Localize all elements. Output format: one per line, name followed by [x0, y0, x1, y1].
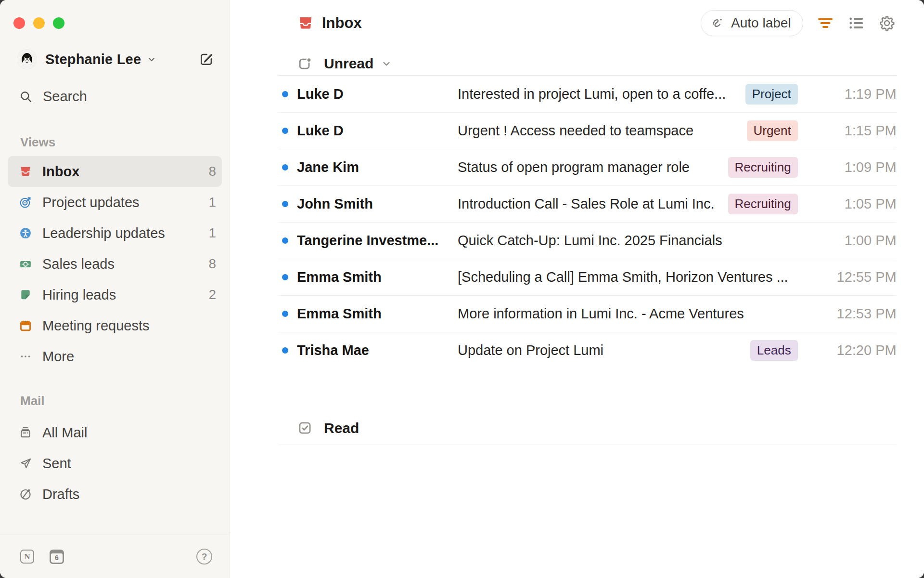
close-window-button[interactable]: [13, 17, 25, 29]
email-list-section: Unread Luke D Interested in project Lumi…: [278, 46, 897, 445]
sidebar-item-label: Sent: [42, 456, 71, 472]
sidebar-item-label: Drafts: [42, 486, 79, 502]
email-row[interactable]: Luke D Interested in project Lumi, open …: [278, 76, 897, 112]
sidebar-footer: N 6 ?: [0, 535, 230, 578]
email-time: 1:05 PM: [798, 196, 897, 212]
email-sender: Emma Smith: [297, 306, 458, 322]
more-icon: [19, 350, 32, 363]
read-checkbox-icon: [297, 420, 312, 435]
drafts-icon: [19, 488, 32, 500]
sidebar-view-item[interactable]: More: [8, 341, 222, 372]
target-icon: [19, 196, 32, 209]
chevron-down-icon: [381, 58, 392, 69]
inbox-icon: [19, 165, 32, 178]
zoom-window-button[interactable]: [53, 17, 64, 29]
email-row[interactable]: Luke D Urgent ! Access needed to teamspa…: [278, 112, 897, 149]
topbar: Inbox Auto label: [230, 0, 924, 46]
unread-dot-icon: [282, 237, 288, 244]
sidebar-item-count: 2: [208, 287, 216, 302]
sidebar-view-item[interactable]: Hiring leads 2: [8, 279, 222, 310]
email-sender: Tangerine Investme...: [297, 233, 458, 249]
email-subject: More information in Lumi Inc. - Acme Ven…: [458, 306, 798, 322]
email-time: 12:53 PM: [798, 306, 897, 322]
calendar-app-icon[interactable]: 6: [50, 550, 64, 564]
email-time: 1:09 PM: [798, 159, 897, 175]
banknote-icon: [19, 258, 32, 270]
email-subject: Urgent ! Access needed to teamspace: [458, 123, 747, 139]
email-row[interactable]: Trisha Mae Update on Project Lumi Leads …: [278, 332, 897, 368]
search-label: Search: [43, 89, 87, 105]
account-switcher[interactable]: Stephanie Lee: [0, 48, 230, 71]
allmail-icon: [19, 426, 32, 439]
window-controls: [13, 17, 64, 29]
list-view-icon[interactable]: [847, 14, 865, 32]
search-button[interactable]: Search: [0, 90, 230, 103]
minimize-window-button[interactable]: [33, 17, 45, 29]
email-tag-badge: Urgent: [747, 120, 798, 141]
sidebar-item-label: Hiring leads: [42, 287, 116, 303]
email-subject: Update on Project Lumi: [458, 342, 750, 358]
sidebar-item-label: Meeting requests: [42, 318, 149, 334]
email-row[interactable]: John Smith Introduction Call - Sales Rol…: [278, 185, 897, 222]
unread-section-header[interactable]: Unread: [278, 46, 897, 76]
unread-section-label: Unread: [324, 55, 373, 72]
calendar-icon: [19, 319, 32, 332]
email-tag-badge: Project: [745, 84, 798, 105]
sidebar-view-item[interactable]: Leadership updates 1: [8, 218, 222, 249]
email-row[interactable]: Emma Smith [Scheduling a Call] Emma Smit…: [278, 259, 897, 295]
email-time: 1:19 PM: [798, 86, 897, 102]
views-section-header: Views: [0, 135, 230, 150]
email-subject: [Scheduling a Call] Emma Smith, Horizon …: [458, 269, 798, 285]
unread-dot-icon: [282, 347, 288, 354]
mail-list: All Mail Sent Drafts: [0, 417, 230, 510]
sidebar-item-count: 8: [208, 164, 216, 179]
email-row[interactable]: Emma Smith More information in Lumi Inc.…: [278, 295, 897, 332]
email-subject: Quick Catch-Up: Lumi Inc. 2025 Financial…: [458, 233, 798, 249]
email-tag-badge: Leads: [750, 340, 798, 361]
mail-app-window: Stephanie Lee Search Views Inbox 8: [0, 0, 924, 578]
email-row[interactable]: Tangerine Investme... Quick Catch-Up: Lu…: [278, 222, 897, 259]
sidebar-item-count: 1: [208, 195, 216, 210]
main-content: Inbox Auto label Unread: [230, 0, 924, 578]
notion-logo-icon[interactable]: N: [20, 550, 34, 564]
chevron-down-icon: [147, 54, 156, 64]
mail-section-header: Mail: [0, 394, 230, 408]
email-tag-badge: Recruiting: [728, 157, 798, 178]
email-sender: Emma Smith: [297, 269, 458, 285]
unread-dot-icon: [282, 128, 288, 134]
sidebar-item-count: 8: [208, 256, 216, 272]
unread-dot-icon: [282, 274, 288, 280]
sidebar-mail-item[interactable]: All Mail: [8, 417, 222, 448]
help-icon[interactable]: ?: [196, 549, 212, 565]
read-section-header[interactable]: Read: [278, 418, 897, 445]
sidebar-view-item[interactable]: Meeting requests: [8, 310, 222, 341]
sidebar-mail-item[interactable]: Drafts: [8, 479, 222, 510]
sidebar-view-item[interactable]: Project updates 1: [8, 187, 222, 218]
email-sender: Trisha Mae: [297, 342, 458, 358]
mark-unread-icon: [297, 56, 312, 71]
sidebar: Stephanie Lee Search Views Inbox 8: [0, 0, 230, 578]
email-row[interactable]: Jane Kim Status of open program manager …: [278, 149, 897, 185]
sent-icon: [19, 457, 32, 470]
sidebar-view-item[interactable]: Sales leads 8: [8, 249, 222, 279]
sidebar-item-label: Inbox: [42, 164, 79, 180]
sidebar-item-label: More: [42, 349, 74, 365]
settings-gear-icon[interactable]: [878, 14, 896, 32]
unread-dot-icon: [282, 91, 288, 97]
read-section-label: Read: [324, 420, 359, 436]
user-name: Stephanie Lee: [45, 52, 141, 67]
sidebar-mail-item[interactable]: Sent: [8, 448, 222, 479]
auto-label-button[interactable]: Auto label: [701, 10, 803, 36]
sidebar-item-count: 1: [208, 225, 216, 241]
filter-icon[interactable]: [817, 14, 834, 32]
email-tag-badge: Recruiting: [728, 194, 798, 214]
email-time: 12:20 PM: [798, 342, 897, 358]
sidebar-view-item[interactable]: Inbox 8: [8, 156, 222, 187]
sidebar-item-label: Sales leads: [42, 256, 115, 272]
auto-label-button-label: Auto label: [731, 15, 791, 31]
sidebar-item-label: All Mail: [42, 425, 87, 441]
sidebar-item-label: Project updates: [42, 195, 140, 210]
compose-button[interactable]: [199, 52, 214, 67]
sidebar-item-label: Leadership updates: [42, 225, 165, 241]
unread-dot-icon: [282, 201, 288, 207]
